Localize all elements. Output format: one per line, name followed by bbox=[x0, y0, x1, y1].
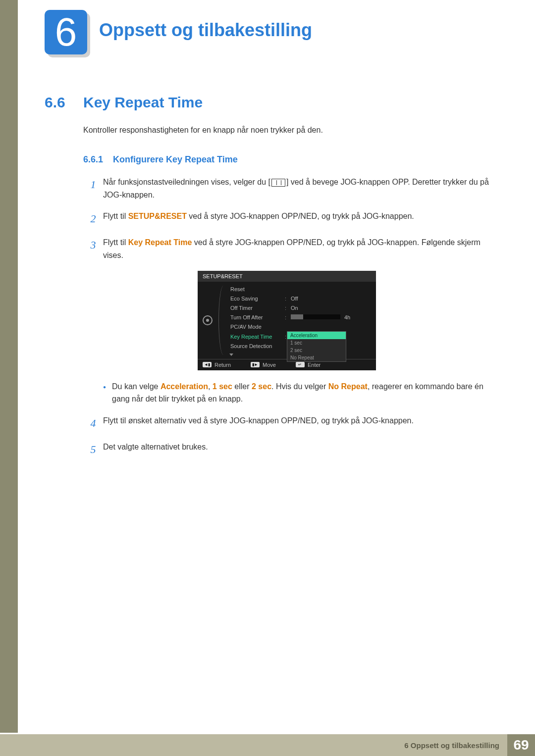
chapter-title: Oppsett og tilbakestilling bbox=[99, 20, 312, 41]
content-area: 6.6 Key Repeat Time Kontroller responsha… bbox=[45, 94, 490, 467]
subsection-heading: 6.6.1 Konfigurere Key Repeat Time bbox=[83, 154, 490, 165]
text: Når funksjonstastveiledningen vises, vel… bbox=[103, 178, 270, 186]
enter-key-icon: ↵ bbox=[296, 362, 305, 367]
chapter-number-badge: 6 bbox=[45, 10, 87, 54]
step-text: Det valgte alternativet brukes. bbox=[103, 441, 490, 458]
osd-value: Off bbox=[291, 296, 298, 302]
osd-foot-label: Enter bbox=[308, 362, 321, 368]
osd-label: Reset bbox=[230, 286, 285, 293]
bullet-text: Du kan velge Acceleration, 1 sec eller 2… bbox=[112, 380, 490, 405]
osd-foot-move: ▮►Move bbox=[251, 362, 276, 368]
osd-dropdown-item-selected: Acceleration bbox=[287, 332, 346, 339]
text: Du kan velge bbox=[112, 382, 160, 391]
subsection-title: Konfigurere Key Repeat Time bbox=[113, 154, 238, 165]
step-number: 4 bbox=[83, 414, 103, 432]
osd-label: Source Detection bbox=[230, 343, 285, 350]
section-number: 6.6 bbox=[45, 94, 83, 111]
text: , bbox=[208, 382, 213, 391]
osd-dropdown-item: 1 sec bbox=[287, 339, 346, 347]
bullet-note: ● Du kan velge Acceleration, 1 sec eller… bbox=[103, 380, 490, 405]
osd-slider bbox=[291, 314, 340, 319]
osd-body: Reset Eco Saving:Off Off Timer:On Turn O… bbox=[198, 282, 376, 359]
osd-dropdown-item: No Repeat bbox=[287, 354, 346, 361]
step-text: Flytt til ønsket alternativ ved å styre … bbox=[103, 414, 490, 432]
subsection-number: 6.6.1 bbox=[83, 154, 113, 165]
footer-page-number: 69 bbox=[507, 734, 535, 756]
osd-header: SETUP&RESET bbox=[198, 271, 376, 282]
osd-label-active: Key Repeat Time bbox=[230, 334, 285, 340]
osd-sep: : bbox=[285, 305, 291, 311]
osd-row-eco: Eco Saving:Off bbox=[230, 294, 376, 303]
highlight-norepeat: No Repeat bbox=[328, 382, 368, 391]
gear-icon bbox=[203, 315, 213, 325]
osd-sep: : bbox=[285, 296, 291, 302]
osd-dropdown: Acceleration 1 sec 2 sec No Repeat bbox=[287, 331, 346, 362]
chevron-down-icon bbox=[229, 353, 233, 356]
osd-arc-decoration bbox=[218, 286, 228, 355]
footer-bar bbox=[0, 734, 396, 756]
step-4: 4 Flytt til ønsket alternativ ved å styr… bbox=[83, 414, 490, 432]
step-text: Når funksjonstastveiledningen vises, vel… bbox=[103, 176, 490, 201]
text: ved å styre JOG-knappen OPP/NED, og tryk… bbox=[187, 212, 414, 220]
osd-screenshot: SETUP&RESET Reset Eco Saving:Off Off Tim… bbox=[198, 271, 376, 370]
step-text: Flytt til SETUP&RESET ved å styre JOG-kn… bbox=[103, 210, 490, 227]
footer-chapter-label: 6 Oppsett og tilbakestilling bbox=[396, 734, 507, 756]
bullet-icon: ● bbox=[103, 383, 106, 405]
text: Flytt til bbox=[103, 212, 128, 220]
text: . Hvis du velger bbox=[271, 382, 328, 391]
step-number: 1 bbox=[83, 176, 103, 201]
step-list: 1 Når funksjonstastveiledningen vises, v… bbox=[83, 176, 490, 458]
return-key-icon: ◄▮ bbox=[203, 362, 212, 367]
step-5: 5 Det valgte alternativet brukes. bbox=[83, 441, 490, 458]
section-intro: Kontroller responshastigheten for en kna… bbox=[83, 126, 490, 135]
step-2: 2 Flytt til SETUP&RESET ved å styre JOG-… bbox=[83, 210, 490, 227]
step-number: 5 bbox=[83, 441, 103, 458]
highlight-acceleration: Acceleration bbox=[160, 382, 208, 391]
step-3: 3 Flytt til Key Repeat Time ved å styre … bbox=[83, 236, 490, 261]
highlight-key-repeat: Key Repeat Time bbox=[128, 238, 192, 247]
osd-value: On bbox=[291, 305, 298, 311]
osd-foot-return: ◄▮Return bbox=[203, 362, 231, 368]
osd-label: PC/AV Mode bbox=[230, 324, 285, 330]
text: Flytt til bbox=[103, 238, 128, 247]
osd-row-turnoff: Turn Off After:4h bbox=[230, 313, 376, 322]
osd-sep: : bbox=[285, 314, 291, 321]
section-title: Key Repeat Time bbox=[83, 94, 203, 111]
left-margin-stripe bbox=[0, 0, 18, 733]
step-text: Flytt til Key Repeat Time ved å styre JO… bbox=[103, 236, 490, 261]
step-1: 1 Når funksjonstastveiledningen vises, v… bbox=[83, 176, 490, 201]
osd-foot-label: Return bbox=[214, 362, 231, 368]
highlight-setup-reset: SETUP&RESET bbox=[128, 212, 187, 220]
menu-icon bbox=[271, 179, 285, 187]
highlight-1sec: 1 sec bbox=[213, 382, 232, 391]
osd-row-offtimer: Off Timer:On bbox=[230, 303, 376, 313]
osd-label: Off Timer bbox=[230, 305, 285, 311]
osd-value: 4h bbox=[344, 314, 350, 321]
osd-foot-enter: ↵Enter bbox=[296, 362, 321, 368]
osd-row-reset: Reset bbox=[230, 285, 376, 294]
osd-label: Turn Off After bbox=[230, 314, 285, 321]
osd-dropdown-item: 2 sec bbox=[287, 347, 346, 354]
text: eller bbox=[232, 382, 252, 391]
highlight-2sec: 2 sec bbox=[252, 382, 271, 391]
page-footer: 6 Oppsett og tilbakestilling 69 bbox=[0, 734, 535, 756]
step-number: 3 bbox=[83, 236, 103, 261]
section-heading: 6.6 Key Repeat Time bbox=[45, 94, 490, 111]
move-key-icon: ▮► bbox=[251, 362, 260, 367]
step-number: 2 bbox=[83, 210, 103, 227]
osd-icon-column bbox=[198, 282, 217, 359]
osd-label: Eco Saving bbox=[230, 296, 285, 302]
osd-foot-label: Move bbox=[263, 362, 276, 368]
